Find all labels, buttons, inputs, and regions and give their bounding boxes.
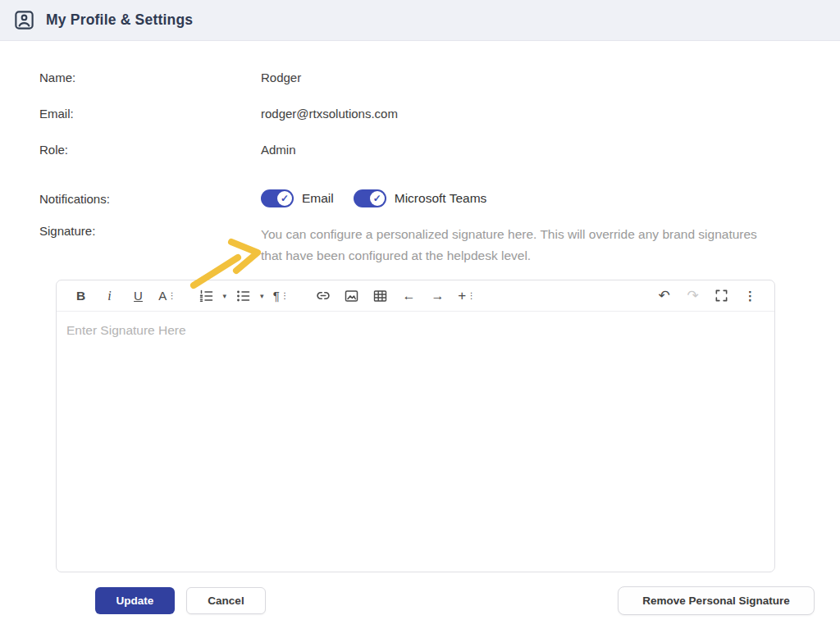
more-rich-icon[interactable]: +⋮ <box>457 285 477 307</box>
paragraph-glyph: ¶ <box>273 289 280 303</box>
more-misc-icon[interactable]: ⋮ <box>741 285 760 307</box>
role-label: Role: <box>39 143 261 157</box>
app-header: My Profile & Settings <box>0 0 840 41</box>
ordered-list-icon[interactable] <box>196 285 216 307</box>
email-toggle-label: Email <box>302 191 334 206</box>
footer-actions: Update Cancel Remove Personal Signature <box>95 586 815 615</box>
insert-table-icon[interactable] <box>371 285 390 307</box>
more-text-icon[interactable]: A⋮ <box>158 285 177 307</box>
insert-link-icon[interactable] <box>313 285 333 307</box>
signature-hint-text: You can configure a personalized signatu… <box>261 224 777 267</box>
ellipsis-icon: ⋮ <box>168 291 176 300</box>
plus-glyph: + <box>458 288 466 304</box>
underline-icon[interactable]: U <box>129 285 148 307</box>
teams-toggle-label: Microsoft Teams <box>395 191 487 206</box>
email-label: Email: <box>39 107 261 121</box>
ellipsis-icon: ⋮ <box>468 291 475 300</box>
indent-icon[interactable]: → <box>428 285 448 307</box>
email-row: Email: rodger@rtxsolutions.com <box>39 107 777 121</box>
redo-icon: ↷ <box>683 285 703 307</box>
email-notification-toggle[interactable]: ✓ <box>261 189 294 207</box>
editor-toolbar: B i U A⋮ ▾ ▾ ¶⋮ <box>57 280 774 312</box>
update-button[interactable]: Update <box>95 587 175 614</box>
italic-icon[interactable]: i <box>100 285 120 307</box>
notifications-row: Notifications: ✓ Email ✓ Microsoft Teams <box>39 189 777 207</box>
bullet-list-icon[interactable] <box>234 285 253 307</box>
signature-label: Signature: <box>39 224 261 238</box>
profile-badge-icon <box>13 9 35 31</box>
signature-editor: B i U A⋮ ▾ ▾ ¶⋮ <box>56 280 775 572</box>
role-value: Admin <box>261 143 777 157</box>
outdent-icon[interactable]: ← <box>399 285 419 307</box>
role-row: Role: Admin <box>39 143 777 157</box>
insert-image-icon[interactable] <box>342 285 362 307</box>
page-title: My Profile & Settings <box>46 11 193 29</box>
name-label: Name: <box>39 71 261 84</box>
bold-icon[interactable]: B <box>71 285 91 307</box>
paragraph-format-icon[interactable]: ¶⋮ <box>271 285 290 307</box>
check-icon: ✓ <box>370 191 385 206</box>
email-value: rodger@rtxsolutions.com <box>261 107 777 121</box>
signature-row: Signature: You can configure a personali… <box>39 224 777 267</box>
ordered-list-caret-icon[interactable]: ▾ <box>223 292 227 300</box>
name-value: Rodger <box>261 71 777 84</box>
check-icon: ✓ <box>277 191 292 206</box>
remove-personal-signature-button[interactable]: Remove Personal Signature <box>618 586 815 615</box>
notifications-label: Notifications: <box>39 192 261 206</box>
cancel-button[interactable]: Cancel <box>186 587 266 614</box>
signature-editor-input[interactable]: Enter Signature Here <box>57 312 774 572</box>
ellipsis-icon: ⋮ <box>281 291 288 300</box>
more-text-letter: A <box>158 289 167 303</box>
name-row: Name: Rodger <box>39 71 777 84</box>
profile-settings-panel: Name: Rodger Email: rodger@rtxsolutions.… <box>0 41 840 615</box>
signature-placeholder: Enter Signature Here <box>66 323 186 337</box>
undo-icon[interactable]: ↶ <box>655 285 674 307</box>
teams-notification-toggle[interactable]: ✓ <box>354 189 386 207</box>
bullet-list-caret-icon[interactable]: ▾ <box>260 292 264 300</box>
fullscreen-icon[interactable] <box>712 285 732 307</box>
